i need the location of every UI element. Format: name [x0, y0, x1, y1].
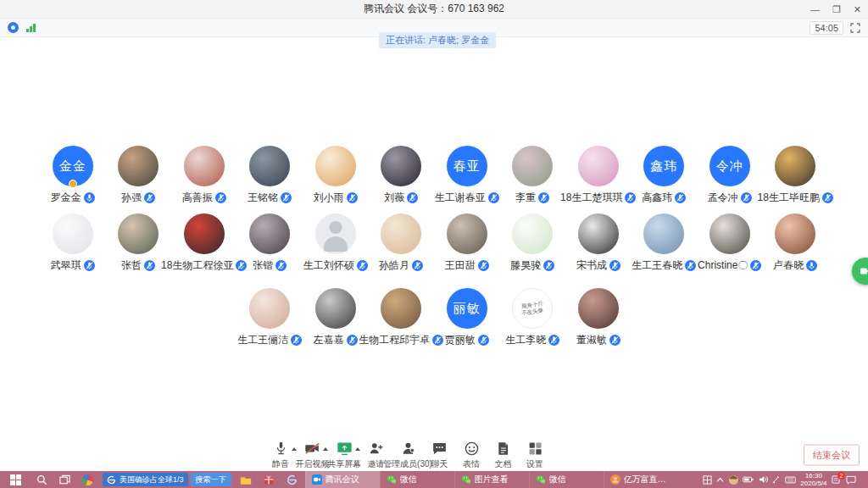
stream-icon: [610, 474, 620, 485]
file-explorer-icon[interactable]: [235, 471, 258, 488]
taskbar-task[interactable]: 微信: [380, 471, 454, 488]
taskbar-task[interactable]: 微信: [529, 471, 604, 488]
taskbar-task-label: 微信: [549, 474, 566, 485]
news-headline[interactable]: 美国确诊占全球1/3: [103, 473, 188, 486]
participant-avatar: [381, 288, 421, 329]
participant-grid: 金金罗金金 孙强 高善振 王铭铭 刘小雨 刘薇 春亚生工谢春亚 李重 18生工楚…: [0, 146, 868, 356]
participant-tile[interactable]: 王铭铭: [237, 146, 303, 205]
participant-avatar: [775, 146, 815, 186]
action-center-icon[interactable]: [846, 475, 856, 485]
mic-muted-icon: [144, 260, 155, 271]
participant-tile[interactable]: 刘小雨: [303, 146, 369, 205]
toolbar-docs-button[interactable]: 文档: [487, 441, 520, 470]
participant-row: 生工王俪洁 左嘉嘉 生物工程邱宇卓 丽敏贾丽敏 瘦身十斤不改头像生工李晓 董淑敏: [0, 288, 868, 347]
participant-avatar: 瘦身十斤不改头像: [512, 288, 553, 329]
participant-name-row: 贾丽敏: [445, 333, 489, 347]
battery-icon[interactable]: [743, 476, 754, 483]
toolbar-chat-button[interactable]: 聊天: [424, 441, 456, 470]
end-meeting-button[interactable]: 结束会议: [804, 445, 860, 466]
participant-name-row: 生工谢春亚: [435, 191, 499, 205]
news-search-button[interactable]: 搜索一下: [191, 473, 231, 486]
participant-tile[interactable]: 春亚生工谢春亚: [434, 146, 500, 205]
participant-tile[interactable]: 丽敏贾丽敏: [434, 288, 500, 347]
participant-name: 生工谢春亚: [435, 191, 486, 205]
participant-name-row: 滕昊骏: [510, 258, 554, 273]
participant-tile[interactable]: 孙皓月: [369, 214, 435, 273]
task-view-icon[interactable]: [53, 471, 76, 488]
mic-muted-icon: [548, 335, 559, 346]
participant-tile[interactable]: 宋书成: [565, 214, 632, 273]
participant-tile[interactable]: 18生物工程徐亚: [171, 214, 237, 273]
keyboard-icon[interactable]: [785, 476, 796, 484]
participant-tile[interactable]: 李重: [500, 146, 566, 205]
participant-avatar: [578, 146, 619, 186]
speaker-icon[interactable]: [759, 475, 768, 484]
clock-time: 16:30: [800, 472, 826, 480]
default-avatar-icon: [329, 221, 342, 234]
taskbar-task-label: 图片查看: [475, 474, 509, 485]
participant-name-row: 高善振: [182, 191, 226, 205]
participant-name: 张锴: [253, 258, 273, 273]
participant-name: 生工王俪洁: [237, 333, 288, 347]
participant-tile[interactable]: 生工王俪洁: [237, 288, 303, 347]
notification-icon[interactable]: 2: [832, 475, 841, 485]
tray-app-grid-icon[interactable]: [703, 475, 712, 485]
participant-tile[interactable]: 令冲孟令冲: [697, 146, 763, 205]
taskbar-tasks: 腾讯会议微信图片查看微信亿万富直选产妇亲...: [305, 471, 678, 488]
participant-name: 高鑫玮: [642, 191, 672, 205]
browser-pinwheel-icon[interactable]: [76, 471, 99, 488]
taskbar-task[interactable]: 图片查看: [454, 471, 529, 488]
participant-tile[interactable]: 18生工楚琪琪: [565, 146, 632, 205]
participant-tile[interactable]: 滕昊骏: [500, 214, 566, 273]
mic-muted-icon: [291, 335, 302, 346]
participant-tile[interactable]: 瘦身十斤不改头像生工李晓: [500, 288, 566, 347]
taskbar-task[interactable]: 亿万富直选产妇亲...: [604, 471, 678, 488]
participant-tile[interactable]: 武翠琪: [40, 214, 106, 273]
taskbar-clock[interactable]: 16:302020/5/4: [800, 472, 826, 487]
close-button[interactable]: ✕: [854, 0, 861, 19]
toolbar-share-screen-button[interactable]: 共享屏幕: [328, 441, 360, 470]
participant-tile[interactable]: 孙强: [106, 146, 172, 205]
participant-tile[interactable]: Christine〇: [697, 214, 763, 273]
participant-tile[interactable]: 生工王春晓: [632, 214, 698, 273]
participant-name-row: 刘小雨: [314, 191, 358, 205]
toolbar-mic-button[interactable]: 静音: [264, 441, 297, 470]
participant-name: 罗金金: [51, 191, 81, 205]
mic-muted-icon: [685, 260, 696, 271]
participant-avatar: [118, 214, 159, 254]
minimize-button[interactable]: —: [810, 0, 820, 19]
start-button[interactable]: [0, 471, 31, 488]
participant-name-row: 18生工毕旺鹏: [758, 191, 833, 205]
chevron-up-icon[interactable]: [716, 477, 724, 483]
input-pen-icon[interactable]: [772, 475, 780, 484]
maximize-button[interactable]: ❐: [832, 0, 841, 19]
tray-user-avatar[interactable]: [729, 475, 738, 485]
participant-tile[interactable]: 生物工程邱宇卓: [369, 288, 435, 347]
gift-app-icon[interactable]: [258, 471, 281, 488]
participant-name-row: 18生物工程徐亚: [161, 258, 247, 273]
ie-browser-icon[interactable]: [281, 471, 303, 488]
participant-tile[interactable]: 高善振: [171, 146, 237, 205]
participant-tile[interactable]: 生工刘怀硕: [303, 214, 369, 273]
participant-tile[interactable]: 鑫玮高鑫玮: [632, 146, 698, 205]
toolbar-settings-button[interactable]: 设置: [519, 441, 551, 470]
participant-tile[interactable]: 王田甜: [434, 214, 500, 273]
participant-avatar: [381, 146, 421, 186]
mic-muted-icon: [144, 192, 155, 203]
participant-name-row: 孙强: [121, 191, 155, 205]
participant-tile[interactable]: 董淑敏: [565, 288, 632, 347]
participant-tile[interactable]: 金金罗金金: [40, 146, 106, 205]
participant-name-row: 张锴: [253, 258, 287, 273]
security-icon: [8, 22, 19, 33]
toolbar-camera-off-button[interactable]: 开启视频: [297, 441, 329, 470]
toolbar-emoji-button[interactable]: 表情: [455, 441, 487, 470]
participant-tile[interactable]: 18生工毕旺鹏: [763, 146, 829, 205]
participant-tile[interactable]: 卢春晓: [763, 214, 829, 273]
participant-tile[interactable]: 刘薇: [369, 146, 435, 205]
taskbar-search-icon[interactable]: [31, 471, 53, 488]
taskbar-task[interactable]: 腾讯会议: [305, 471, 380, 488]
toolbar-members-button[interactable]: 管理成员(30): [392, 441, 424, 470]
fullscreen-icon[interactable]: [850, 23, 860, 33]
mic-muted-icon: [236, 260, 247, 271]
mic-on-icon: [806, 260, 817, 271]
